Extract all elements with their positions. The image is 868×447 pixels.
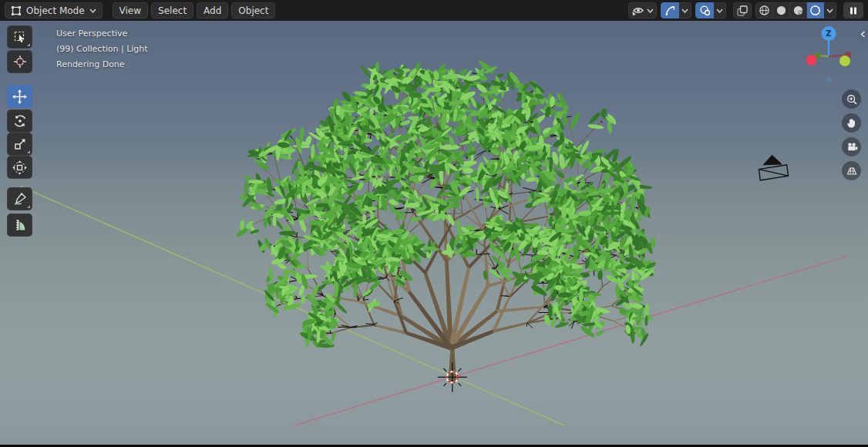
- select-box-icon: [13, 30, 27, 44]
- viewport-overlay-text: User Perspective (99) Collection | Light…: [56, 26, 148, 72]
- tool-cursor[interactable]: [7, 50, 32, 73]
- camera-view-button[interactable]: [842, 137, 861, 156]
- rendered-sphere-icon: [809, 5, 821, 16]
- tool-measure[interactable]: [7, 213, 32, 237]
- menu-view[interactable]: View: [113, 2, 148, 18]
- material-sphere-icon: [792, 5, 804, 16]
- zoom-button[interactable]: [842, 89, 861, 109]
- gizmos-toggle[interactable]: [661, 2, 679, 18]
- shading-material-button[interactable]: [790, 2, 807, 18]
- tool-move[interactable]: [7, 85, 32, 108]
- menu-select[interactable]: Select: [151, 2, 193, 18]
- shading-dropdown[interactable]: [824, 2, 836, 18]
- eye-icon: [631, 5, 644, 16]
- pause-icon: [849, 6, 858, 15]
- sidebar-toggle[interactable]: [858, 29, 868, 40]
- annotate-pen-icon: [13, 192, 27, 206]
- shading-modes: [755, 2, 836, 18]
- tool-transform[interactable]: [7, 156, 32, 179]
- subtool-indicator: [27, 150, 30, 153]
- area-light-object[interactable]: [759, 155, 788, 180]
- measure-icon: [13, 218, 27, 232]
- tool-annotate[interactable]: [7, 187, 32, 210]
- shading-wireframe-button[interactable]: [755, 2, 773, 18]
- scene-canvas: [0, 21, 868, 447]
- subtool-indicator: [27, 43, 30, 46]
- object-mode-icon: [11, 5, 22, 16]
- overlays-dropdown[interactable]: [714, 2, 726, 18]
- magnifier-plus-icon: [846, 93, 858, 106]
- chevron-down-icon: [89, 8, 96, 13]
- gizmos-control: [661, 2, 691, 18]
- chevron-down-icon: [716, 8, 723, 13]
- mode-dropdown[interactable]: Object Mode: [5, 2, 103, 18]
- tool-rotate[interactable]: [7, 109, 32, 133]
- tool-scale[interactable]: [7, 133, 32, 156]
- camera-icon: [846, 141, 858, 153]
- tool-select-box[interactable]: [7, 25, 32, 49]
- gizmo-arc-icon: [664, 5, 676, 16]
- xray-toggle[interactable]: [733, 2, 752, 18]
- active-object-label: (99) Collection | Light: [56, 42, 148, 57]
- chevron-down-icon: [681, 8, 688, 13]
- menu-bar: View Select Add Object: [113, 2, 276, 18]
- 3d-cursor[interactable]: [438, 362, 467, 392]
- transform-icon: [12, 160, 27, 175]
- rotate-icon: [13, 114, 27, 128]
- shading-solid-button[interactable]: [773, 2, 790, 18]
- wireframe-icon: [759, 5, 770, 16]
- mode-label: Object Mode: [26, 5, 85, 16]
- menu-object[interactable]: Object: [231, 2, 275, 18]
- perspective-toggle-button[interactable]: [842, 161, 861, 180]
- cursor-tool-icon: [13, 55, 27, 69]
- hand-icon: [846, 117, 857, 129]
- gizmo-z-label: Z: [826, 29, 831, 38]
- chevron-down-icon: [647, 8, 654, 13]
- pause-button[interactable]: [843, 2, 863, 18]
- chevron-down-icon: [826, 8, 833, 13]
- overlays-toggle[interactable]: [695, 2, 714, 18]
- scale-icon: [13, 137, 27, 151]
- gizmo-axis-y[interactable]: [839, 55, 850, 66]
- viewport-header: Object Mode View Select Add Object: [0, 0, 868, 21]
- gizmo-axis-neg-z[interactable]: [826, 76, 832, 82]
- gizmos-dropdown[interactable]: [679, 2, 691, 18]
- move-icon: [12, 89, 27, 104]
- overlays-icon: [699, 5, 711, 16]
- pan-button[interactable]: [842, 113, 861, 133]
- shading-rendered-button[interactable]: [807, 2, 824, 18]
- visibility-dropdown[interactable]: [628, 2, 657, 18]
- overlays-control: [695, 2, 726, 18]
- render-status-label: Rendering Done: [56, 57, 148, 72]
- subtool-indicator: [27, 205, 30, 208]
- gizmo-axis-x[interactable]: [806, 55, 817, 66]
- menu-add[interactable]: Add: [197, 2, 228, 18]
- chevron-left-icon: [860, 31, 866, 38]
- navigation-gizmo[interactable]: Z: [802, 25, 857, 87]
- grid-sphere-icon: [846, 165, 858, 177]
- solid-sphere-icon: [775, 5, 787, 16]
- view-name-label: User Perspective: [56, 26, 148, 42]
- xray-icon: [736, 5, 749, 17]
